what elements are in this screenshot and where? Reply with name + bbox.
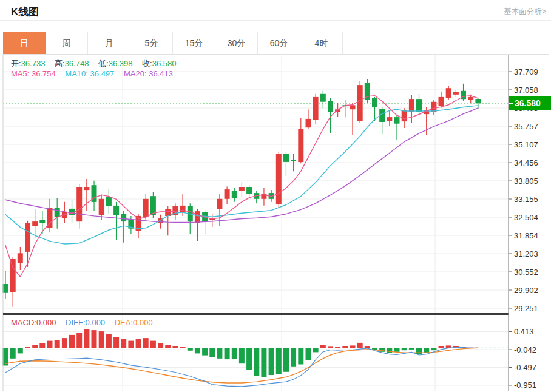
candle-body [394,117,400,124]
macd-histogram-bar [431,348,436,350]
macd-histogram-bar [39,343,45,348]
y-axis-tick-label: -0.497 [514,363,536,372]
y-axis-tick-label: 31.203 [514,249,538,259]
candle-body [76,187,82,221]
macd-histogram-bar [180,347,186,348]
y-axis-tick-label: 33.155 [514,195,538,204]
ma20-value: 36.413 [149,69,173,78]
ohlc-readout: 开:36.733 高:36.748 低:36.398 收:36.580 [11,58,183,69]
diff-label: DIFF: [66,318,86,327]
candle-body [402,110,407,121]
ma10-value: 36.497 [90,69,115,78]
macd-histogram-bar [69,335,75,348]
macd-histogram-bar [150,341,156,348]
candle-body [84,187,89,190]
candle-body [18,253,23,263]
y-axis-tick-label: 34.456 [514,158,538,167]
ma5-value: 36.754 [32,69,56,78]
macd-histogram-bar [209,348,215,357]
macd-histogram-bar [55,340,60,348]
candle-body [106,197,112,206]
candle-body [468,97,473,100]
macd-histogram-bar [424,348,429,353]
macd-histogram-bar [276,348,282,374]
candle-body [225,189,230,199]
macd-histogram-bar [350,345,356,348]
candle-body [232,191,237,198]
y-axis-tick-label: 33.805 [514,177,538,186]
diff-value: 0.000 [86,318,106,327]
high-value: 36.748 [65,59,89,68]
close-label: 收: [142,59,152,68]
macd-histogram-bar [76,333,82,348]
macd-histogram-bar [261,348,266,377]
macd-histogram-bar [92,330,97,348]
candle-body [357,85,363,121]
candle-body [239,187,245,191]
macd-histogram-bar [84,329,89,348]
candle-body [313,97,319,120]
candle-body [99,199,104,215]
y-axis-tick-label: 35.757 [514,122,538,131]
macd-histogram-bar [172,346,178,348]
ma20-label: MA20: [124,69,147,78]
y-axis-tick-label: 30.552 [514,268,538,277]
macd-histogram-bar [158,343,163,348]
candle-body [195,211,200,223]
macd-histogram-bar [32,345,38,348]
macd-histogram-bar [328,346,333,348]
macd-histogram-bar [113,337,119,348]
y-axis-tick-label: 37.058 [514,86,538,95]
macd-histogram-bar [357,343,363,348]
ma20-line [5,108,478,223]
macd-histogram-bar [320,345,326,348]
low-value: 36.398 [109,59,133,68]
macd-histogram-bar [365,346,370,348]
macd-histogram-bar [239,348,245,363]
candle-body [217,199,222,209]
low-label: 低: [98,59,109,68]
macd-readout: MACD:0.000 DIFF:0.000 DEA:0.000 [11,318,160,327]
open-label: 开: [11,59,21,68]
macd-label: MACD: [11,318,36,327]
candle-body [416,99,422,112]
candle-body [328,101,333,112]
candle-body [298,129,303,162]
current-price-tag: 36.580 [509,96,551,110]
macd-histogram-bar [18,348,23,353]
macd-histogram-bar [25,347,30,348]
macd-histogram-bar [246,348,252,370]
macd-value: 0.000 [36,318,56,327]
ma5-label: MA5: [11,69,29,78]
macd-histogram-bar [394,348,400,352]
macd-histogram-bar [128,341,134,348]
y-axis-tick-label: 29.902 [514,286,538,295]
y-axis-tick-label: 32.504 [514,213,538,222]
macd-histogram-bar [409,348,414,350]
macd-histogram-bar [121,339,126,348]
candle-body [25,223,30,252]
y-axis-tick-label: -0.042 [514,345,536,354]
macd-histogram-bar [195,348,200,353]
macd-histogram-bar [342,346,348,348]
close-value: 36.580 [152,59,177,68]
macd-histogram-bar [306,348,311,360]
y-axis-tick-label: 37.709 [514,67,538,76]
y-axis-tick-label: 29.251 [514,304,538,313]
macd-histogram-bar [165,345,171,348]
macd-histogram-bar [298,348,303,364]
macd-histogram-bar [269,348,274,375]
macd-histogram-bar [291,348,296,367]
candle-body [291,160,296,161]
y-axis-tick-label: 0.413 [514,327,534,336]
kline-page: K线图 基本面分析> 日 周 月 5分 15分 30分 60分 4时 37.70… [0,0,551,392]
candle-body [283,154,289,162]
ma10-label: MA10: [65,69,88,78]
macd-histogram-bar [106,334,112,348]
macd-histogram-bar [217,348,222,359]
open-value: 36.733 [21,59,46,68]
candle-body [10,259,16,292]
candle-body [39,220,45,223]
macd-histogram-bar [136,339,141,348]
ma-readout: MA5: 36.754 MA10: 36.497 MA20: 36.413 [11,69,180,78]
